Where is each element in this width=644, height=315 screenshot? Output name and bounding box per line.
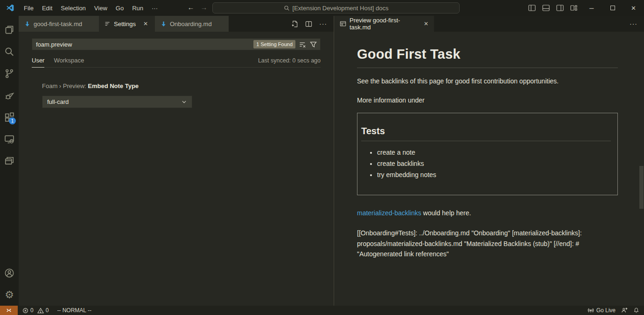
remote-explorer-icon[interactable] (0, 128, 19, 150)
editor-group-left: good-first-task.md Settings ✕ Onboarding… (19, 16, 334, 306)
maximize-button[interactable] (602, 0, 623, 16)
source-control-icon[interactable] (0, 62, 19, 84)
feedback-icon[interactable] (621, 307, 628, 314)
tab-label: Preview good-first-task.md (350, 17, 416, 31)
go-live-button[interactable]: Go Live (588, 307, 616, 314)
editor-actions-right: ··· (630, 16, 644, 32)
tab-label: good-first-task.md (34, 21, 82, 27)
preview-paragraph: materialized-backlinks would help here. (357, 209, 618, 217)
remote-indicator[interactable] (0, 306, 18, 315)
search-icon (284, 5, 290, 11)
markdown-preview: Good First Task See the backlinks of thi… (334, 32, 644, 260)
customize-layout-icon[interactable] (567, 0, 581, 16)
embed-heading-rule (361, 141, 611, 141)
filter-settings-icon[interactable] (310, 41, 317, 48)
more-actions-icon[interactable]: ··· (319, 20, 327, 27)
activity-bar: 1 ⚙ (0, 16, 19, 306)
extensions-badge: 1 (9, 117, 16, 124)
tabbar-left: good-first-task.md Settings ✕ Onboarding… (19, 16, 334, 32)
toggle-primary-sidebar-icon[interactable] (525, 0, 539, 16)
settings-count-badge: 1 Setting Found (253, 40, 295, 48)
preview-title: Good First Task (357, 47, 618, 62)
open-settings-json-icon[interactable] (291, 21, 298, 27)
list-item: try embedding notes (377, 171, 611, 178)
list-item: create a note (377, 149, 611, 156)
settings-editor: 1 Setting Found User Workspace Last sync… (19, 32, 334, 108)
tab-onboarding[interactable]: Onboarding.md (155, 16, 229, 32)
menu-file[interactable]: File (20, 2, 38, 14)
command-center-label: [Extension Development Host] docs (293, 5, 389, 12)
menu-overflow-icon[interactable]: ··· (147, 2, 162, 14)
settings-editor-icon (105, 21, 111, 27)
status-bar-right: Go Live (588, 307, 644, 314)
status-bar: 0 0 -- NORMAL -- Go Live (0, 306, 644, 315)
title-rule (357, 68, 618, 68)
settings-search-box: 1 Setting Found (32, 38, 321, 50)
markdown-file-icon (161, 21, 167, 27)
setting-name: Embed Note Type (88, 82, 139, 89)
more-actions-icon[interactable]: ··· (630, 20, 637, 27)
go-forward-icon[interactable]: → (199, 3, 209, 11)
preview-paragraph: More information under (357, 96, 618, 104)
preview-scrollbar[interactable] (639, 166, 644, 209)
link-suffix-text: would help here. (421, 209, 471, 217)
materialized-backlinks-link[interactable]: materialized-backlinks (357, 209, 421, 217)
menu-run[interactable]: Run (128, 2, 147, 14)
last-synced-label: Last synced: 0 secs ago (258, 57, 321, 67)
search-view-icon[interactable] (0, 41, 19, 62)
explorer-icon[interactable] (0, 19, 19, 41)
editor-group-right: Preview good-first-task.md ✕ ··· Good Fi… (334, 16, 644, 306)
setting-title: Foam › Preview: Embed Note Type (42, 82, 321, 89)
minimize-button[interactable]: ─ (581, 0, 602, 16)
scope-tab-workspace[interactable]: Workspace (54, 57, 84, 67)
settings-search-input[interactable] (36, 41, 250, 48)
setting-item: Foam › Preview: Embed Note Type full-car… (32, 82, 321, 108)
go-live-label: Go Live (596, 307, 616, 314)
split-editor-icon[interactable] (305, 21, 312, 27)
tab-label: Settings (114, 21, 136, 27)
run-and-debug-icon[interactable] (0, 84, 19, 106)
tabbar-right: Preview good-first-task.md ✕ ··· (334, 16, 644, 32)
accounts-icon[interactable] (0, 262, 19, 284)
close-tab-icon[interactable]: ✕ (143, 21, 148, 27)
scope-tab-user[interactable]: User (32, 57, 44, 68)
menu-go[interactable]: Go (112, 2, 128, 14)
go-back-icon[interactable]: ← (186, 3, 196, 11)
markdown-preview-icon (340, 21, 346, 27)
maximize-icon (610, 6, 615, 10)
errors-icon (22, 308, 28, 314)
toggle-panel-icon[interactable] (539, 0, 553, 16)
toggle-secondary-sidebar-icon[interactable] (553, 0, 567, 16)
embed-heading: Tests (361, 126, 611, 137)
menu-view[interactable]: View (90, 2, 112, 14)
tab-settings[interactable]: Settings ✕ (99, 16, 155, 32)
embed-note-type-select[interactable]: full-card (42, 96, 192, 108)
editor-actions-left: ··· (291, 16, 334, 32)
preview-paragraph: See the backlinks of this page for good … (357, 77, 618, 85)
tab-label: Onboarding.md (170, 21, 212, 27)
close-window-button[interactable]: ✕ (623, 0, 644, 16)
chevron-down-icon (181, 99, 187, 105)
menubar: File Edit Selection View Go Run ··· (20, 2, 162, 14)
errors-count: 0 (30, 307, 34, 314)
select-value: full-card (47, 98, 69, 105)
menu-edit[interactable]: Edit (38, 2, 56, 14)
main-area: 1 ⚙ good-first-task.md Se (0, 16, 644, 306)
close-tab-icon[interactable]: ✕ (424, 21, 428, 27)
gear-glyph: ⚙ (5, 290, 14, 300)
warnings-icon (37, 308, 44, 314)
extensions-icon[interactable]: 1 (0, 106, 19, 128)
notifications-bell-icon[interactable] (633, 307, 639, 314)
clear-settings-search-icon[interactable] (299, 41, 306, 48)
problems-indicator[interactable]: 0 0 (22, 307, 50, 314)
tab-preview-good-first-task[interactable]: Preview good-first-task.md ✕ (334, 16, 434, 32)
vim-mode-indicator[interactable]: -- NORMAL -- (57, 307, 91, 314)
embed-bullet-list: create a note create backlinks try embed… (361, 149, 611, 178)
settings-gear-icon[interactable]: ⚙ (0, 284, 19, 306)
menu-selection[interactable]: Selection (56, 2, 90, 14)
broadcast-icon (588, 307, 594, 314)
editor-layouts-icon[interactable] (0, 150, 19, 172)
command-center-search[interactable]: [Extension Development Host] docs (212, 2, 460, 14)
vscode-logo-icon (6, 4, 14, 12)
tab-good-first-task[interactable]: good-first-task.md (19, 16, 99, 32)
